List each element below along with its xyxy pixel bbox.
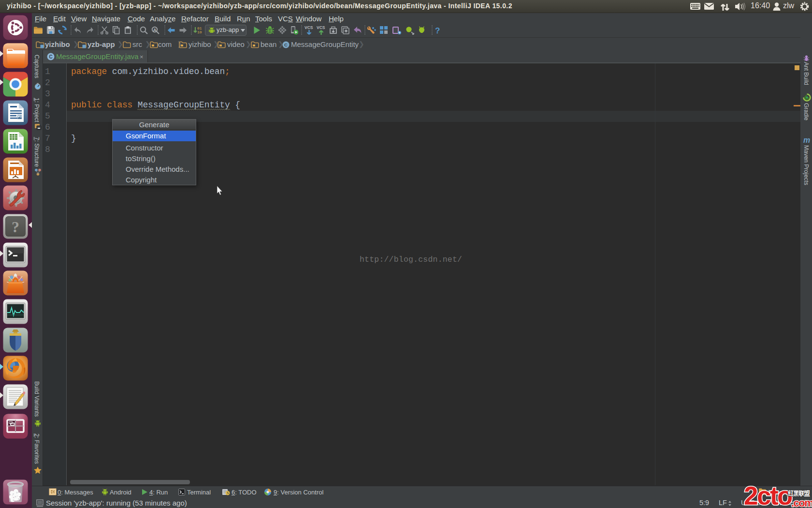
svg-text:C: C [284, 42, 288, 47]
svg-text:?: ? [435, 26, 440, 35]
svg-text:A: A [153, 28, 157, 32]
svg-text:2cto: 2cto [744, 484, 792, 508]
svg-text:10: 10 [197, 30, 202, 34]
svg-text:VCS: VCS [304, 25, 313, 30]
svg-text:C: C [49, 54, 52, 60]
svg-text:.com: .com [791, 497, 812, 508]
svg-text:VCS: VCS [317, 25, 325, 30]
svg-text:红黑联盟: 红黑联盟 [788, 490, 810, 497]
svg-text:?: ? [12, 218, 19, 236]
